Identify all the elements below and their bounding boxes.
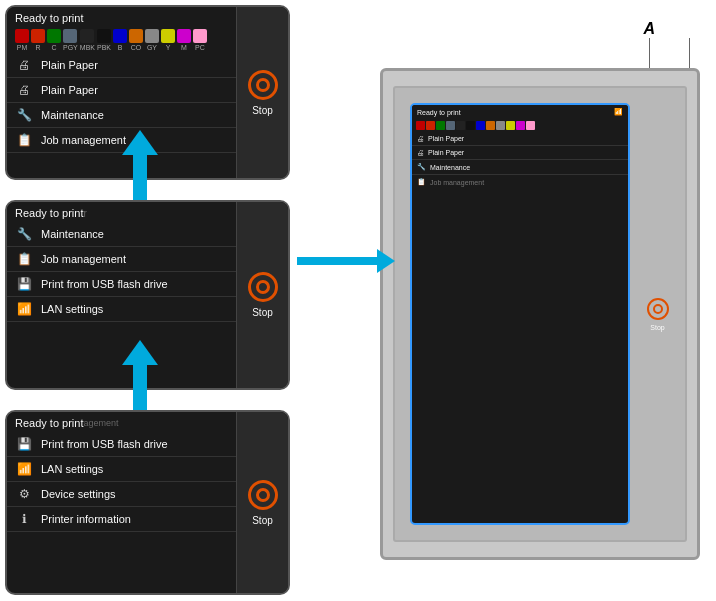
stop-label-1: Stop <box>252 105 273 116</box>
menu-text-printerinfo: Printer information <box>41 513 131 525</box>
stop-circle-3 <box>248 480 278 510</box>
arrow-shaft-up-2 <box>133 365 147 395</box>
ink-b: B <box>113 29 127 51</box>
mini-menu-1: 🖨 Plain Paper <box>412 132 628 146</box>
menu-text-lan2: LAN settings <box>41 463 103 475</box>
mini-ink-6 <box>466 121 475 130</box>
menu-text-maintenance2: Maintenance <box>41 228 104 240</box>
menu-text-usb2: Print from USB flash drive <box>41 438 168 450</box>
mini-ink-row <box>412 119 628 132</box>
mini-screen: Ready to print 📶 <box>410 103 630 525</box>
stop-label-3: Stop <box>252 515 273 526</box>
mini-menu-2: 🖨 Plain Paper <box>412 146 628 160</box>
mini-ink-2 <box>426 121 435 130</box>
mini-ink-11 <box>516 121 525 130</box>
ink-pgy: PGY <box>63 29 78 51</box>
mini-menu-3: 🔧 Maintenance <box>412 160 628 175</box>
mini-icon-1: 🖨 <box>417 135 424 142</box>
mini-stop-label: Stop <box>650 324 664 331</box>
mini-stop-inner <box>653 304 663 314</box>
menu-text-usb1: Print from USB flash drive <box>41 278 168 290</box>
usb-icon-2: 💾 <box>15 437 33 451</box>
menu-text-plainpaper2: Plain Paper <box>41 84 98 96</box>
stop-label-2: Stop <box>252 307 273 318</box>
ink-pc: PC <box>193 29 207 51</box>
ink-r: R <box>31 29 45 51</box>
maintenance-icon-2: 🔧 <box>15 227 33 241</box>
mini-text-4: Job management <box>430 179 484 186</box>
menu-text-plainpaper1: Plain Paper <box>41 59 98 71</box>
mini-title: Ready to print <box>417 109 461 116</box>
stop-inner-2 <box>256 280 270 294</box>
stop-button-1[interactable]: Stop <box>236 7 288 178</box>
ink-c: C <box>47 29 61 51</box>
usb-icon-1: 💾 <box>15 277 33 291</box>
maintenance-icon-1: 🔧 <box>15 108 33 122</box>
ink-co: CO <box>129 29 143 51</box>
ink-m: M <box>177 29 191 51</box>
device-outer-frame: Ready to print 📶 <box>380 68 700 560</box>
mini-ink-5 <box>456 121 465 130</box>
mini-icon-3: 🔧 <box>417 163 426 171</box>
ink-pm: PM <box>15 29 29 51</box>
label-a: A <box>643 20 655 38</box>
arrow-shaft-up-1 <box>133 155 147 190</box>
ink-pbk: PBK <box>97 29 111 51</box>
stop-inner-1 <box>256 78 270 92</box>
mini-text-1: Plain Paper <box>428 135 464 142</box>
mini-icon-4: 📋 <box>417 178 426 186</box>
screen2-overflow: r <box>83 208 86 219</box>
device-inner-frame: Ready to print 📶 <box>393 86 687 542</box>
screen2-title: Ready to print <box>15 207 83 219</box>
mini-ink-4 <box>446 121 455 130</box>
paper-icon-1: 🖨 <box>15 58 33 72</box>
mini-wifi-icon: 📶 <box>614 108 623 116</box>
lan-icon-2: 📶 <box>15 462 33 476</box>
mini-stop-area: Stop <box>635 103 680 525</box>
menu-text-maintenance1: Maintenance <box>41 109 104 121</box>
ink-gy: GY <box>145 29 159 51</box>
job-icon-2: 📋 <box>15 252 33 266</box>
paper-icon-2: 🖨 <box>15 83 33 97</box>
line-a-left <box>649 38 650 68</box>
menu-text-jobmgmt1: Job management <box>41 134 126 146</box>
stop-button-2[interactable]: Stop <box>236 202 288 388</box>
lan-icon-1: 📶 <box>15 302 33 316</box>
mini-ink-9 <box>496 121 505 130</box>
blue-arrow-shaft <box>297 257 377 265</box>
menu-text-jobmgmt2: Job management <box>41 253 126 265</box>
menu-text-devicesettings: Device settings <box>41 488 116 500</box>
screen1-title: Ready to print <box>15 12 83 24</box>
mini-menu-4: 📋 Job management <box>412 175 628 189</box>
screen-block-3: Ready to print agement 📶 💾 Print from US… <box>5 410 290 595</box>
mini-ink-7 <box>476 121 485 130</box>
mini-text-2: Plain Paper <box>428 149 464 156</box>
mini-stop-circle <box>647 298 669 320</box>
mini-icon-2: 🖨 <box>417 149 424 156</box>
mini-ink-10 <box>506 121 515 130</box>
menu-text-lan1: LAN settings <box>41 303 103 315</box>
stop-circle-2 <box>248 272 278 302</box>
mini-ink-3 <box>436 121 445 130</box>
arrow-up-2 <box>122 340 158 365</box>
mini-ink-1 <box>416 121 425 130</box>
screen3-overflow: agement <box>83 418 118 428</box>
ink-mbk: MBK <box>80 29 95 51</box>
blue-arrow-head <box>377 249 395 273</box>
settings-icon: ⚙ <box>15 487 33 501</box>
screen3-title: Ready to print <box>15 417 83 429</box>
stop-inner-3 <box>256 488 270 502</box>
stop-circle-1 <box>248 70 278 100</box>
mini-ink-12 <box>526 121 535 130</box>
stop-button-3[interactable]: Stop <box>236 412 288 593</box>
arrow-up-1 <box>122 130 158 155</box>
mini-text-3: Maintenance <box>430 164 470 171</box>
info-icon: ℹ <box>15 512 33 526</box>
line-a-right <box>689 38 690 68</box>
mini-screen-header: Ready to print 📶 <box>412 105 628 119</box>
ink-y: Y <box>161 29 175 51</box>
mini-ink-8 <box>486 121 495 130</box>
device-illustration: A Ready to print 📶 <box>370 20 710 590</box>
job-icon-1: 📋 <box>15 133 33 147</box>
